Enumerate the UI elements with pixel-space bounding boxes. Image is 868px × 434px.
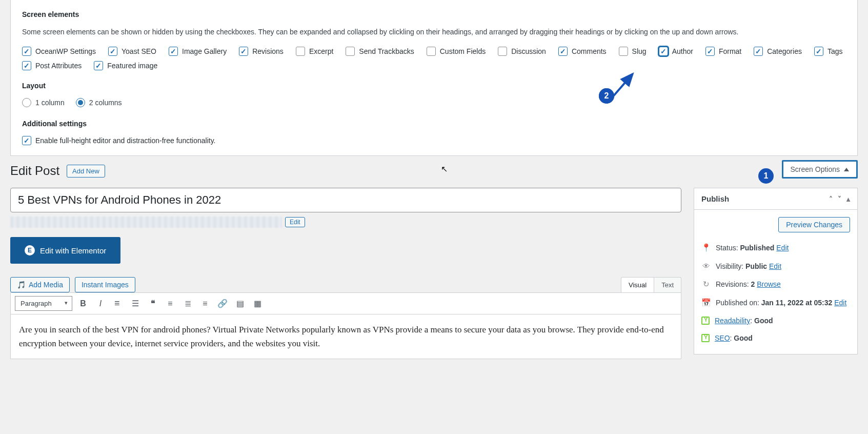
elementor-icon: E <box>25 245 35 255</box>
screen-element-option[interactable]: OceanWP Settings <box>22 47 96 56</box>
checkbox-icon[interactable] <box>498 47 507 56</box>
edit-date-link[interactable]: Edit <box>834 299 846 307</box>
align-right-icon[interactable]: ≡ <box>198 297 212 310</box>
checkbox-icon[interactable] <box>22 47 31 56</box>
toolbar-toggle-icon[interactable]: ▦ <box>251 297 264 310</box>
checkbox-icon[interactable] <box>108 47 117 56</box>
screen-element-option[interactable]: Featured image <box>94 61 157 70</box>
screen-element-option[interactable]: Excerpt <box>296 47 333 56</box>
publish-heading-label: Publish <box>701 194 729 203</box>
radio-icon[interactable] <box>22 98 31 107</box>
checkbox-icon[interactable] <box>346 47 355 56</box>
checkbox-icon[interactable] <box>814 47 823 56</box>
full-height-editor-option[interactable]: Enable full-height editor and distractio… <box>22 136 847 145</box>
italic-icon[interactable]: I <box>94 297 107 310</box>
screen-element-option[interactable]: Send Trackbacks <box>346 47 414 56</box>
checkbox-icon[interactable] <box>239 47 248 56</box>
permalink-edit-button[interactable]: Edit <box>285 217 305 227</box>
published-on-row: 📅 Published on: Jan 11, 2022 at 05:32 Ed… <box>701 293 850 312</box>
screen-options-label: Screen Options <box>791 165 840 173</box>
screen-element-option[interactable]: Categories <box>754 47 802 56</box>
screen-element-option[interactable]: Custom Fields <box>427 47 486 56</box>
link-icon[interactable]: 🔗 <box>216 297 229 310</box>
checkbox-icon[interactable] <box>619 47 628 56</box>
instant-images-label: Instant Images <box>82 281 129 289</box>
publish-heading[interactable]: Publish ˄ ˅ ▴ <box>694 188 857 210</box>
edit-visibility-link[interactable]: Edit <box>769 262 781 270</box>
preview-changes-button[interactable]: Preview Changes <box>778 217 850 232</box>
instant-images-button[interactable]: Instant Images <box>75 277 135 292</box>
add-new-button[interactable]: Add New <box>67 165 105 177</box>
screen-element-label: Comments <box>572 47 607 55</box>
screen-element-label: Slug <box>632 47 647 55</box>
screen-element-option[interactable]: Revisions <box>239 47 284 56</box>
screen-element-label: Tags <box>827 47 843 55</box>
screen-element-option[interactable]: Post Attributes <box>22 61 82 70</box>
calendar-icon: 📅 <box>701 298 711 307</box>
readability-link[interactable]: Readability <box>715 317 750 325</box>
add-media-button[interactable]: 🎵 Add Media <box>10 277 70 292</box>
sidebar-column: Publish ˄ ˅ ▴ Preview Changes 📍 Status: … <box>694 188 858 359</box>
screen-element-option[interactable]: Format <box>705 47 741 56</box>
tab-visual[interactable]: Visual <box>621 277 654 292</box>
toggle-collapse-icon[interactable]: ▴ <box>846 195 850 203</box>
layout-label: 2 columns <box>89 98 122 107</box>
screen-element-option[interactable]: Comments <box>558 47 607 56</box>
screen-element-label: Author <box>672 47 693 55</box>
screen-element-label: Yoast SEO <box>122 47 156 55</box>
numbered-list-icon[interactable]: ☰ <box>129 297 142 310</box>
checkbox-icon[interactable] <box>705 47 715 56</box>
read-more-icon[interactable]: ▤ <box>233 297 247 310</box>
radio-icon[interactable] <box>76 98 85 107</box>
blockquote-icon[interactable]: ❝ <box>146 297 159 310</box>
screen-element-label: Revisions <box>252 47 284 55</box>
align-center-icon[interactable]: ≣ <box>181 297 194 310</box>
edit-status-link[interactable]: Edit <box>776 244 789 252</box>
bold-icon[interactable]: B <box>76 297 90 310</box>
layout-option[interactable]: 2 columns <box>76 98 122 107</box>
seo-link[interactable]: SEO <box>715 334 730 342</box>
checkbox-icon[interactable] <box>558 47 568 56</box>
move-up-icon[interactable]: ˄ <box>829 195 833 203</box>
annotation-badge-1: 1 <box>758 168 774 184</box>
additional-settings-heading: Additional settings <box>22 120 847 128</box>
publish-metabox: Publish ˄ ˅ ▴ Preview Changes 📍 Status: … <box>694 188 858 354</box>
checkbox-icon[interactable] <box>94 61 103 70</box>
visibility-row: 👁 Visibility: Public Edit <box>701 257 850 275</box>
tab-text[interactable]: Text <box>654 277 681 292</box>
permalink-row: Edit <box>10 216 681 228</box>
screen-element-label: Image Gallery <box>182 47 227 55</box>
move-down-icon[interactable]: ˅ <box>838 195 841 203</box>
layout-label: 1 column <box>35 98 65 107</box>
bullet-list-icon[interactable] <box>111 297 125 310</box>
paragraph-dropdown[interactable]: Paragraph <box>15 296 72 311</box>
browse-revisions-link[interactable]: Browse <box>757 280 781 288</box>
screen-element-option[interactable]: Discussion <box>498 47 546 56</box>
screen-element-option[interactable]: Tags <box>814 47 843 56</box>
checkbox-icon[interactable] <box>169 47 178 56</box>
screen-element-option[interactable]: Image Gallery <box>169 47 227 56</box>
screen-element-option[interactable]: Author <box>659 47 693 56</box>
checkbox-icon[interactable] <box>22 136 31 145</box>
screen-element-option[interactable]: Yoast SEO <box>108 47 156 56</box>
screen-options-tab[interactable]: Screen Options <box>782 160 858 179</box>
align-left-icon[interactable]: ≡ <box>164 297 177 310</box>
checkbox-icon[interactable] <box>22 61 31 70</box>
screen-element-label: Post Attributes <box>35 62 82 70</box>
checkbox-icon[interactable] <box>427 47 436 56</box>
page-header: Edit Post Add New Screen Options 1 <box>10 156 858 179</box>
screen-element-label: OceanWP Settings <box>35 47 96 55</box>
edit-with-elementor-button[interactable]: E Edit with Elementor <box>10 237 120 264</box>
layout-heading: Layout <box>22 82 847 90</box>
checkbox-icon[interactable] <box>659 47 668 56</box>
checkbox-icon[interactable] <box>754 47 763 56</box>
screen-element-option[interactable]: Slug <box>619 47 647 56</box>
post-title-input[interactable] <box>10 188 681 212</box>
editor-content[interactable]: Are you in search of the best VPN for an… <box>10 314 681 359</box>
chevron-up-icon <box>844 168 849 171</box>
layout-option[interactable]: 1 column <box>22 98 65 107</box>
checkbox-icon[interactable] <box>296 47 305 56</box>
full-height-editor-label: Enable full-height editor and distractio… <box>35 136 216 145</box>
layout-radios: 1 column2 columns <box>22 98 847 107</box>
screen-element-label: Categories <box>767 47 802 55</box>
